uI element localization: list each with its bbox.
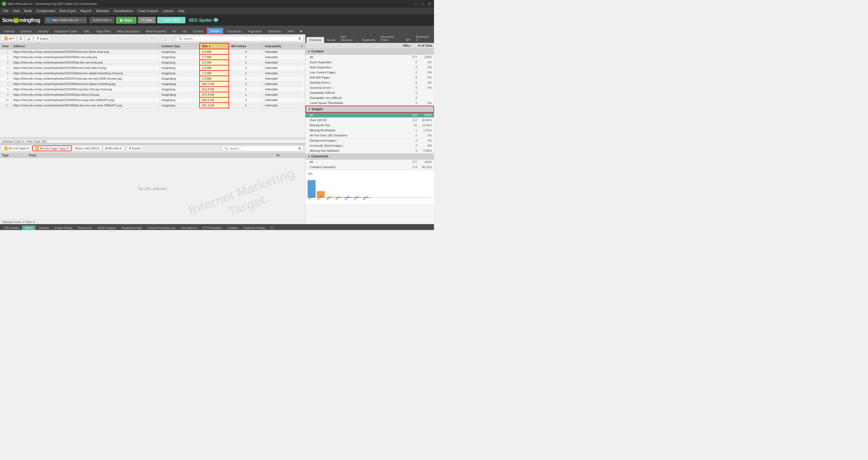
minimize-button[interactable]: ─: [413, 1, 418, 6]
right-tab-segments[interactable]: Segments: [359, 37, 378, 43]
subdomain-button[interactable]: Subdomain ▾: [90, 17, 114, 23]
start-button[interactable]: ▶ Start: [116, 17, 136, 24]
tab-h2[interactable]: H2: [180, 28, 190, 34]
info-icon[interactable]: ℹ: [343, 144, 344, 147]
table-row[interactable]: 7 https://imta.edu.vn/wp-content/uploads…: [0, 81, 305, 87]
col-address[interactable]: Address: [11, 43, 159, 49]
right-row-content[interactable]: Readability Difficult 0: [305, 90, 434, 95]
tab-external[interactable]: External: [18, 28, 35, 34]
tab-security[interactable]: Security: [35, 28, 52, 34]
menu-reports[interactable]: Reports: [78, 8, 94, 13]
right-row-content[interactable]: Soft 404 Pages 0 0%: [305, 75, 434, 80]
table-row[interactable]: 6 https://imta.edu.vn/wp-content/uploads…: [0, 76, 305, 81]
horizontal-scrollbar[interactable]: [0, 137, 305, 139]
tab-more[interactable]: ▶: [297, 28, 306, 34]
right-row-content[interactable]: Low Content Pages 0 0%: [305, 70, 434, 75]
right-row-images[interactable]: Incorrectly Sized Images ℹ 0 0%: [305, 143, 434, 148]
right-row-content[interactable]: All 177 100%: [305, 55, 434, 60]
table-row[interactable]: 3 https://imta.edu.vn/wp-content/uploads…: [0, 60, 305, 65]
menu-bulk-export[interactable]: Bulk Export: [58, 8, 78, 13]
bottom-tab-serp-snippet[interactable]: SERP Snippet: [95, 225, 119, 230]
bottom-tab-inlinks[interactable]: Inlinks: [22, 225, 36, 230]
col-row[interactable]: Row: [0, 43, 11, 49]
bottom-search-input[interactable]: [229, 147, 297, 150]
right-row-images[interactable]: All 304 100%: [305, 113, 434, 118]
tab-h1[interactable]: H1: [169, 28, 180, 34]
section-content-header[interactable]: ▼ Content: [305, 49, 434, 55]
right-tab-spelling[interactable]: Spelling & C: [413, 34, 433, 43]
all-links-button[interactable]: ⊞ All Links ▾: [103, 146, 124, 151]
col-size[interactable]: Size: [199, 43, 229, 49]
table-row[interactable]: 2 https://imta.edu.vn/wp-content/uploads…: [0, 54, 305, 60]
bottom-tab-http-headers[interactable]: HTTP Headers: [200, 225, 225, 230]
menu-mode[interactable]: Mode: [22, 8, 34, 13]
bottom-search-bar[interactable]: 🔍 ⚙: [222, 146, 304, 151]
bottom-tab-chrome-console-log[interactable]: Chrome Console Log: [145, 225, 178, 230]
right-row-images[interactable]: Alt Text Over 100 Characters 0 0%: [305, 133, 434, 138]
search-bar[interactable]: 🔍 ⚙: [176, 36, 304, 41]
col-content-type[interactable]: Content Type: [159, 43, 199, 49]
bottom-tab-resources[interactable]: Resources: [75, 225, 95, 230]
menu-view[interactable]: View: [10, 8, 22, 13]
list-view-button[interactable]: ☰: [18, 36, 24, 41]
menu-file[interactable]: File: [1, 8, 10, 13]
tab-canonicals[interactable]: Canonicals: [224, 28, 245, 34]
tab-hrefl[interactable]: Hrefl: [284, 28, 297, 34]
close-button[interactable]: ✕: [427, 1, 432, 6]
right-row-canonicals[interactable]: Contains Canonical 174 98.31%: [305, 165, 434, 170]
tab-pagination[interactable]: Pagination: [245, 28, 265, 34]
menu-configuration[interactable]: Configuration: [34, 8, 57, 13]
tab-internal[interactable]: Internal: [1, 28, 18, 34]
table-row[interactable]: 11 https://imta.edu.vn/wp-content/upload…: [0, 103, 305, 108]
right-row-content[interactable]: Spelling Errors ℹ 0 0%: [305, 80, 434, 85]
url-clear-icon[interactable]: ✕: [80, 19, 82, 22]
info-icon[interactable]: ℹ: [332, 86, 333, 89]
filter-all-button[interactable]: 🔽 All ▾: [2, 36, 17, 41]
table-row[interactable]: 8 https://imta.edu.vn/wp-content/uploads…: [0, 87, 305, 92]
bottom-filter-icon[interactable]: ⚙: [298, 147, 301, 150]
tab-url[interactable]: URL: [81, 28, 93, 34]
right-row-images[interactable]: Background Images ℹ 0 0%: [305, 138, 434, 143]
bottom-tab-image-details[interactable]: Image Details: [52, 225, 75, 230]
maximize-button[interactable]: □: [420, 1, 425, 6]
tab-content[interactable]: Content: [190, 28, 207, 34]
bottom-tab-rendered-page[interactable]: Rendered Page: [119, 225, 145, 230]
info-icon[interactable]: ℹ: [330, 81, 331, 84]
tab-directives[interactable]: Directives: [265, 28, 284, 34]
menu-licence[interactable]: Licence: [160, 8, 176, 13]
bottom-tab-outlinks[interactable]: Outlinks: [36, 225, 52, 230]
tab-images[interactable]: Images: [207, 27, 224, 34]
section-canonicals-header[interactable]: ▼ Canonicals: [305, 153, 434, 160]
bottom-tab-more[interactable]: S...: [268, 225, 278, 230]
tab-page-titles[interactable]: Page Titles: [93, 28, 114, 34]
right-row-content[interactable]: Grammar Errors ℹ 0 0%: [305, 85, 434, 90]
right-row-images[interactable]: Over 100 KB 112 36.84%: [305, 118, 434, 123]
right-row-images[interactable]: Missing Size Attributes 3 0.99%: [305, 148, 434, 153]
right-tab-response-times[interactable]: Response Times: [378, 34, 403, 43]
bottom-tab-duplicate-details[interactable]: Duplicate Details: [241, 225, 269, 230]
section-images-header[interactable]: ▼ Images: [305, 106, 434, 113]
data-table[interactable]: Row Address Content Type Size MG Inlinks…: [0, 43, 305, 137]
right-tab-site-structure[interactable]: Site Structure: [338, 34, 360, 43]
table-row[interactable]: 5 https://imta.edu.vn/wp-content/uploads…: [0, 70, 305, 76]
right-row-content[interactable]: Near Duplicates ℹ 0 0%: [305, 65, 434, 70]
tab-meta-keywords[interactable]: Meta Keywords: [143, 28, 169, 34]
menu-crawl-analysis[interactable]: Crawl Analysis: [135, 8, 160, 13]
right-row-content[interactable]: Readability Very Difficult 0: [305, 95, 434, 100]
link-origin-types-button[interactable]: 🔽 All Link Origin Types ▾: [32, 146, 71, 151]
table-row[interactable]: 4 https://imta.edu.vn/wp-content/uploads…: [0, 65, 305, 70]
info-icon[interactable]: ℹ: [331, 66, 333, 69]
table-row[interactable]: 9 https://imta.edu.vn/wp-content/uploads…: [0, 92, 305, 97]
bottom-export-button[interactable]: ⬆ Export: [126, 146, 143, 151]
bottom-tab-url-details[interactable]: URL Details: [1, 225, 22, 230]
search-input[interactable]: [184, 37, 297, 40]
table-row[interactable]: 1 https://imta.edu.vn/wp-content/uploads…: [0, 49, 305, 54]
right-tab-issues[interactable]: Issues: [324, 37, 338, 43]
crawl-button[interactable]: Crawl 100%: [157, 17, 185, 23]
right-row-content[interactable]: Exact Duplicates 0 0%: [305, 60, 434, 65]
link-types-button[interactable]: 🔽 All Link Types ▾: [2, 146, 31, 151]
right-row-images[interactable]: Missing Alt Text 41 13.49%: [305, 123, 434, 128]
export-button[interactable]: ⬆ Export: [34, 36, 51, 41]
right-row-images[interactable]: Missing Alt Attribute 1 0.33%: [305, 128, 434, 133]
col-mg-inlinks[interactable]: MG Inlinks: [229, 43, 263, 49]
